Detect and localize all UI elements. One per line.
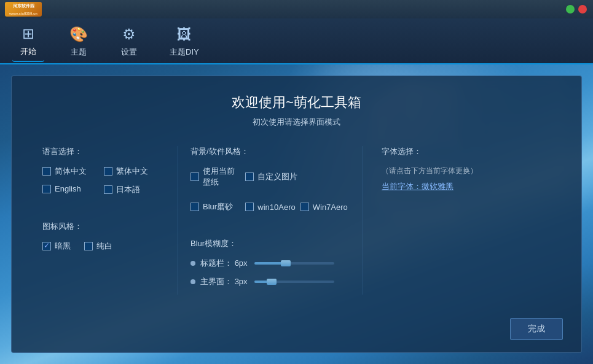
titlebar-slider-thumb[interactable]: [281, 260, 291, 266]
diy-icon: 🖼: [175, 25, 194, 44]
toolbar: ⊞ 开始 🎨 主题 ⚙ 设置 🖼 主题DIY: [0, 18, 593, 64]
font-current-label: 当前字体：: [382, 182, 422, 191]
toolbar-item-start[interactable]: ⊞ 开始: [12, 20, 44, 62]
main-slider-row: 主界面： 3px: [190, 276, 350, 287]
bg-win10-label: win10Aero: [257, 203, 295, 212]
background-section: 背景/软件风格： 使用当前壁纸 自定义图片 Blur磨砂: [184, 146, 356, 295]
font-current[interactable]: 当前字体：微软雅黑: [382, 181, 551, 192]
theme-icon: 🎨: [69, 25, 88, 44]
lang-simplified-row[interactable]: 简体中文: [42, 166, 104, 177]
dialog-panel: 欢迎使用~萌化工具箱 初次使用请选择界面模式 语言选择： 简体中文 Englis…: [11, 76, 582, 353]
lang-japanese-row[interactable]: 日本語: [104, 184, 165, 195]
lang-japanese-label: 日本語: [116, 184, 140, 195]
main-slider-label: 主界面： 3px: [200, 276, 249, 287]
bg-custom-label: 自定义图片: [257, 171, 297, 182]
icon-dark-label: 暗黑: [55, 241, 71, 252]
main-value-text: 3px: [235, 277, 248, 286]
titlebar-value-text: 6px: [235, 258, 248, 268]
titlebar-slider-label: 标题栏： 6px: [200, 258, 249, 269]
slider-group: 标题栏： 6px 主界面： 3px: [190, 258, 350, 287]
lang-traditional-row[interactable]: 繁体中文: [104, 166, 165, 177]
main-slider-track[interactable]: [254, 281, 334, 283]
language-options: 简体中文 English 繁体中文: [42, 166, 165, 203]
done-button[interactable]: 完成: [510, 318, 563, 340]
bg-win7-label: Win7Aero: [313, 203, 348, 212]
dialog-body: 语言选择： 简体中文 English: [12, 134, 581, 307]
lang-traditional-label: 繁体中文: [116, 166, 148, 177]
title-bar: [0, 0, 593, 18]
bg-win7-checkbox[interactable]: [300, 203, 309, 211]
icon-style-title: 图标风格：: [42, 221, 165, 232]
dialog-header: 欢迎使用~萌化工具箱 初次使用请选择界面模式: [12, 76, 581, 134]
bg-wallpaper-checkbox[interactable]: [190, 172, 199, 181]
icon-dark-checkbox[interactable]: [42, 242, 51, 250]
dialog-subtitle: 初次使用请选择界面模式: [12, 117, 581, 128]
bg-wallpaper-label: 使用当前壁纸: [203, 166, 240, 188]
divider-1: [178, 146, 178, 295]
icon-dark-row[interactable]: 暗黑 纯白: [42, 241, 165, 252]
start-icon: ⊞: [18, 24, 38, 44]
main-label-text: 主界面：: [200, 277, 232, 286]
close-button[interactable]: [578, 5, 587, 14]
bg-blur-checkbox[interactable]: [190, 203, 199, 211]
icon-style-section: 图标风格： 暗黑 纯白: [42, 221, 165, 252]
icon-white-label: 纯白: [96, 241, 112, 252]
titlebar-label-text: 标题栏：: [200, 258, 232, 268]
toolbar-label-start: 开始: [20, 46, 36, 57]
lang-col-right: 繁体中文 日本語: [104, 166, 165, 203]
titlebar-dot: [190, 261, 195, 266]
icon-white-checkbox[interactable]: [84, 242, 93, 250]
toolbar-item-settings[interactable]: ⚙ 设置: [113, 21, 145, 61]
divider-2: [363, 146, 363, 295]
lang-traditional-checkbox[interactable]: [104, 167, 112, 176]
done-button-row: 完成: [510, 318, 563, 340]
bg-blur-row[interactable]: Blur磨砂: [190, 201, 240, 212]
background-title: 背景/软件风格：: [190, 146, 350, 157]
toolbar-item-theme[interactable]: 🎨 主题: [63, 21, 95, 61]
lang-simplified-label: 简体中文: [55, 166, 87, 177]
font-section: 字体选择： （请点击下方当前字体更换） 当前字体：微软雅黑: [369, 146, 557, 295]
font-title: 字体选择：: [382, 146, 551, 157]
bg-custom-checkbox[interactable]: [245, 172, 254, 181]
bg-custom-row[interactable]: 自定义图片: [245, 166, 350, 188]
font-current-value[interactable]: 微软雅黑: [422, 182, 454, 191]
toolbar-label-settings: 设置: [121, 47, 137, 58]
lang-english-label: English: [55, 184, 81, 193]
toolbar-label-theme: 主题: [71, 47, 87, 58]
titlebar-slider-track[interactable]: [254, 262, 334, 265]
lang-simplified-checkbox[interactable]: [42, 167, 51, 176]
bg-win7-row[interactable]: Win7Aero: [300, 201, 350, 212]
toolbar-item-diy[interactable]: 🖼 主题DIY: [163, 21, 205, 61]
minimize-button[interactable]: [566, 5, 575, 14]
bg-win10-row[interactable]: win10Aero: [245, 201, 295, 212]
language-section: 语言选择： 简体中文 English: [36, 146, 171, 295]
lang-col-left: 简体中文 English: [42, 166, 104, 203]
lang-japanese-checkbox[interactable]: [104, 185, 112, 194]
app-logo: [5, 2, 42, 17]
bg-blur-label: Blur磨砂: [203, 201, 233, 212]
blur-section: Blur模糊度： 标题栏： 6px: [190, 238, 350, 287]
font-note: （请点击下方当前字体更换）: [382, 166, 551, 176]
lang-english-checkbox[interactable]: [42, 185, 51, 193]
window-controls: [566, 5, 587, 14]
lang-english-row[interactable]: English: [42, 184, 104, 193]
bg-wallpaper-row[interactable]: 使用当前壁纸: [190, 166, 240, 188]
toolbar-label-diy: 主题DIY: [170, 47, 199, 58]
blur-title: Blur模糊度：: [190, 238, 350, 249]
main-dot: [190, 279, 195, 284]
main-slider-thumb[interactable]: [267, 279, 277, 285]
main-content: 欢迎使用~萌化工具箱 初次使用请选择界面模式 语言选择： 简体中文 Englis…: [0, 64, 593, 364]
background-options: 使用当前壁纸 自定义图片 Blur磨砂 win10Aero: [190, 166, 350, 220]
settings-icon: ⚙: [119, 25, 139, 44]
titlebar-slider-row: 标题栏： 6px: [190, 258, 350, 269]
bg-win10-checkbox[interactable]: [245, 203, 254, 211]
language-title: 语言选择：: [42, 146, 165, 157]
dialog-title: 欢迎使用~萌化工具箱: [12, 93, 581, 112]
